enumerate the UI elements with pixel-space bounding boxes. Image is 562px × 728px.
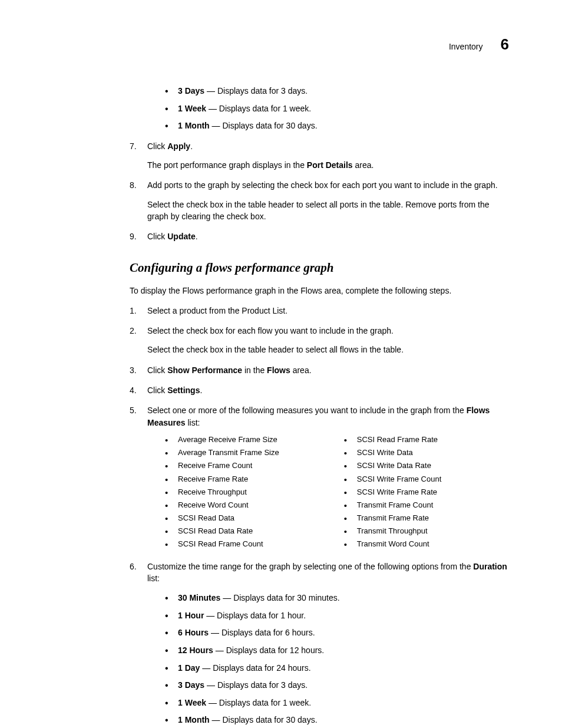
list-item: Average Transmit Frame Size <box>165 447 279 458</box>
list-item: 3 Days — Displays data for 3 days. <box>165 680 509 691</box>
bullet-bold: 1 Week <box>178 104 206 113</box>
list-item: SCSI Write Frame Count <box>344 474 442 485</box>
list-item: Transmit Word Count <box>344 539 442 549</box>
list-item: Receive Word Count <box>165 500 279 510</box>
step-number: 8. <box>130 179 137 191</box>
bullet-rest: — Displays data for 1 week. <box>206 104 311 113</box>
duration-bullets-top: 3 Days — Displays data for 3 days. 1 Wee… <box>165 85 509 132</box>
step-1: 1. Select a product from the Product Lis… <box>130 305 509 317</box>
list-item: 6 Hours — Displays data for 6 hours. <box>165 627 509 639</box>
page-content: 3 Days — Displays data for 3 days. 1 Wee… <box>130 85 509 726</box>
bullet-bold: 3 Days <box>178 86 204 95</box>
section-intro: To display the Flows performance graph i… <box>130 285 509 297</box>
step-number: 2. <box>130 325 137 337</box>
list-item: 1 Week — Displays data for 1 week. <box>165 697 509 709</box>
measures-right: SCSI Read Frame Rate SCSI Write Data SCS… <box>344 434 442 552</box>
step-subtext: Select the check box in the table header… <box>147 344 509 355</box>
step-text-pre: Click <box>147 141 167 151</box>
step-number: 9. <box>130 230 137 242</box>
list-item: 30 Minutes — Displays data for 30 minute… <box>165 592 509 604</box>
measures-columns: Average Receive Frame Size Average Trans… <box>165 434 509 552</box>
step-subtext: Select the check box in the table header… <box>147 199 509 223</box>
step-subtext: The port performance graph displays in t… <box>147 159 509 171</box>
list-item: Transmit Throughput <box>344 526 442 536</box>
step-3: 3. Click Show Performance in the Flows a… <box>130 364 509 376</box>
step-number: 7. <box>130 140 137 152</box>
page-header: Inventory 6 <box>449 35 509 54</box>
list-item: SCSI Read Data <box>165 513 279 523</box>
numbered-steps-1: 7. Click Apply. The port performance gra… <box>130 140 509 243</box>
step-5: 5. Select one or more of the following m… <box>130 404 509 552</box>
list-item: Average Receive Frame Size <box>165 434 279 445</box>
step-4: 4. Click Settings. <box>130 384 509 396</box>
list-item: Transmit Frame Count <box>344 500 442 510</box>
bullet-rest: — Displays data for 30 days. <box>210 121 318 130</box>
list-item: Receive Frame Rate <box>165 474 279 485</box>
document-page: Inventory 6 3 Days — Displays data for 3… <box>0 0 562 728</box>
list-item: SCSI Write Frame Rate <box>344 487 442 498</box>
step-7: 7. Click Apply. The port performance gra… <box>130 140 509 172</box>
step-text-post: . <box>196 232 198 241</box>
list-item: 1 Month — Displays data for 30 days. <box>165 120 509 132</box>
list-item: SCSI Write Data <box>344 447 442 458</box>
step-number: 4. <box>130 384 137 396</box>
chapter-number: 6 <box>501 35 509 54</box>
step-text: Add ports to the graph by selecting the … <box>147 180 498 190</box>
list-item: 3 Days — Displays data for 3 days. <box>165 85 509 97</box>
step-text-post: . <box>190 141 193 151</box>
list-item: 1 Day — Displays data for 24 hours. <box>165 663 509 674</box>
duration-bullets: 30 Minutes — Displays data for 30 minute… <box>165 592 509 726</box>
list-item: SCSI Read Frame Rate <box>344 434 442 445</box>
list-item: Receive Frame Count <box>165 460 279 471</box>
numbered-steps-2: 1. Select a product from the Product Lis… <box>130 305 509 726</box>
bullet-rest: — Displays data for 3 days. <box>204 86 308 95</box>
step-9: 9. Click Update. <box>130 230 509 242</box>
step-number: 6. <box>130 561 137 572</box>
list-item: Receive Throughput <box>165 487 279 498</box>
step-number: 3. <box>130 364 137 376</box>
step-6: 6. Customize the time range for the grap… <box>130 561 509 726</box>
list-item: 1 Month — Displays data for 30 days. <box>165 714 509 726</box>
list-item: 1 Hour — Displays data for 1 hour. <box>165 610 509 622</box>
list-item: 12 Hours — Displays data for 12 hours. <box>165 645 509 657</box>
step-8: 8. Add ports to the graph by selecting t… <box>130 179 509 222</box>
list-item: SCSI Read Data Rate <box>165 526 279 536</box>
step-text-pre: Click <box>147 232 167 241</box>
header-title: Inventory <box>449 42 483 51</box>
bullet-bold: 1 Month <box>178 121 210 130</box>
step-number: 5. <box>130 404 137 416</box>
step-text: Select the check box for each flow you w… <box>147 326 394 335</box>
step-text-bold: Apply <box>167 141 190 151</box>
step-2: 2. Select the check box for each flow yo… <box>130 325 509 356</box>
list-item: SCSI Write Data Rate <box>344 460 442 471</box>
list-item: Transmit Frame Rate <box>344 513 442 523</box>
step-text-bold: Update <box>167 232 195 241</box>
step-text: Select a product from the Product List. <box>147 306 287 315</box>
measures-left: Average Receive Frame Size Average Trans… <box>165 434 279 552</box>
section-heading: Configuring a flows performance graph <box>130 261 509 275</box>
list-item: 1 Week — Displays data for 1 week. <box>165 103 509 115</box>
step-number: 1. <box>130 305 137 317</box>
list-item: SCSI Read Frame Count <box>165 539 279 549</box>
